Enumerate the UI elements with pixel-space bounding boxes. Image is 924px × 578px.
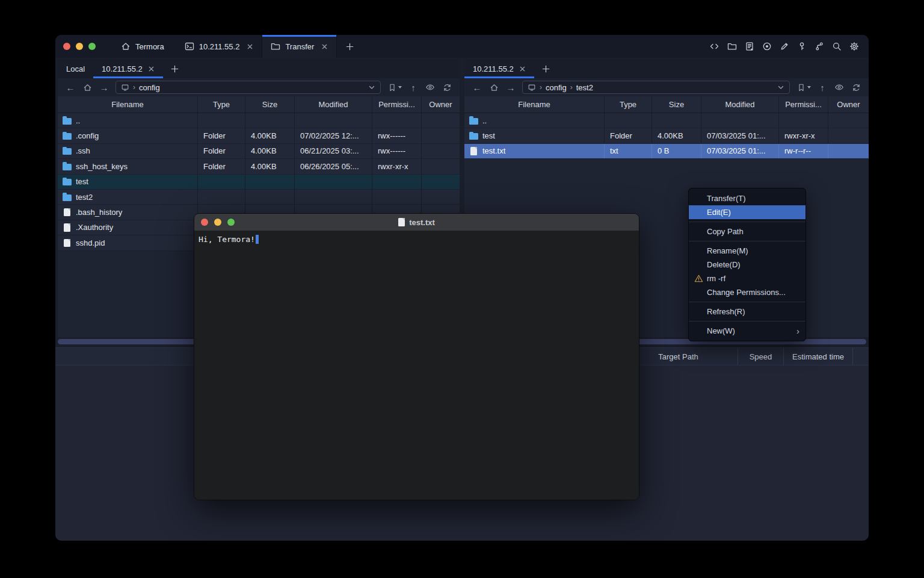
path-dropdown-button[interactable]	[368, 84, 375, 91]
filename: .bash_history	[76, 208, 122, 217]
path-dropdown-button[interactable]	[777, 84, 784, 91]
bookmark-icon	[797, 83, 805, 92]
table-row[interactable]: ssh_host_keys Folder4.00KB06/26/2025 05:…	[58, 159, 460, 174]
branch-icon[interactable]	[815, 42, 824, 51]
path-field[interactable]: › config	[116, 81, 381, 94]
column-header[interactable]: Filename	[464, 96, 604, 113]
search-icon[interactable]	[832, 42, 842, 51]
upload-button[interactable]: ↑	[815, 83, 830, 92]
bookmark-button[interactable]	[386, 83, 404, 92]
titlebar-tab-transfer[interactable]: Transfer	[262, 35, 337, 58]
titlebar-tab-host[interactable]: 10.211.55.2	[176, 35, 262, 58]
column-header[interactable]: Owner	[828, 96, 869, 113]
pane-tab-remote[interactable]: 10.211.55.2	[464, 59, 534, 78]
record-icon[interactable]	[762, 42, 772, 51]
folder-icon[interactable]	[727, 42, 737, 51]
refresh-button[interactable]	[439, 83, 455, 92]
upload-button[interactable]: ↑	[405, 83, 421, 92]
table-row[interactable]: test2	[58, 190, 460, 205]
maximize-window-button[interactable]	[227, 219, 235, 226]
table-row[interactable]: .ssh Folder4.00KB06/21/2025 03:...rwx---…	[58, 144, 460, 159]
menu-item-transfer[interactable]: Transfer(T)	[689, 191, 805, 205]
close-window-button[interactable]	[63, 43, 70, 50]
menu-item-edit[interactable]: Edit(E)	[689, 205, 805, 219]
column-header[interactable]: Speed	[738, 348, 783, 365]
editor-text: Hi, Termora!	[199, 235, 255, 244]
home-icon	[490, 83, 499, 92]
menu-item-new[interactable]: New(W) ›	[689, 324, 805, 338]
app-window: Termora 10.211.55.2 Transfer	[55, 35, 869, 541]
file-icon	[64, 223, 70, 232]
new-pane-tab-button[interactable]	[163, 59, 186, 78]
column-header[interactable]: Modified	[701, 96, 778, 113]
column-header[interactable]: Type	[197, 96, 245, 113]
close-icon[interactable]	[247, 43, 253, 50]
column-header[interactable]: Size	[651, 96, 701, 113]
minimize-window-button[interactable]	[214, 219, 221, 226]
menu-item-delete[interactable]: Delete(D)	[689, 258, 805, 272]
bookmark-button[interactable]	[795, 83, 813, 92]
table-row[interactable]: .config Folder4.00KB07/02/2025 12:...rwx…	[58, 128, 460, 143]
column-header[interactable]: Owner	[421, 96, 460, 113]
path-segment[interactable]: config	[139, 83, 160, 92]
new-pane-tab-button[interactable]	[534, 59, 558, 78]
caret-down-icon	[398, 86, 402, 89]
pane-tab-remote[interactable]: 10.211.55.2	[93, 59, 163, 78]
forward-button[interactable]: →	[503, 83, 519, 92]
menu-item-refresh[interactable]: Refresh(R)	[689, 305, 805, 319]
code-icon[interactable]	[709, 42, 719, 51]
text-cursor	[256, 235, 259, 244]
column-header[interactable]: Size	[245, 96, 294, 113]
refresh-button[interactable]	[848, 83, 864, 92]
table-row[interactable]: ..	[58, 113, 460, 128]
table-row[interactable]: test Folder4.00KB07/03/2025 01:...rwxr-x…	[464, 128, 869, 143]
folder-icon	[63, 164, 72, 170]
column-header[interactable]: Modified	[294, 96, 372, 113]
key-icon[interactable]	[797, 42, 807, 51]
pane-tab-local[interactable]: Local	[58, 59, 93, 78]
refresh-icon	[852, 83, 861, 92]
log-icon[interactable]	[745, 42, 754, 51]
new-tab-button[interactable]	[337, 35, 363, 58]
forward-button[interactable]: →	[96, 83, 112, 92]
home-button[interactable]	[486, 83, 502, 92]
path-segment[interactable]: config	[546, 83, 567, 92]
menu-item-rename[interactable]: Rename(M)	[689, 244, 805, 258]
column-header[interactable]: Estimated time	[783, 348, 852, 365]
column-header[interactable]: Permissi...	[372, 96, 421, 113]
menu-item-rm-rf[interactable]: rm -rf	[689, 272, 805, 285]
table-row[interactable]: ..	[464, 113, 869, 128]
path-segment[interactable]: test2	[576, 83, 593, 92]
path-field[interactable]: › config › test2	[522, 81, 790, 94]
arrow-right-icon: →	[507, 83, 516, 92]
close-window-button[interactable]	[201, 219, 208, 226]
edit-icon[interactable]	[780, 42, 789, 51]
chevron-right-icon: ›	[570, 83, 573, 92]
home-button[interactable]	[79, 83, 95, 92]
menu-item-change-permissions[interactable]: Change Permissions...	[689, 285, 805, 299]
table-row-selected[interactable]: test.txt txt0 B07/03/2025 01:...rw-r--r-…	[464, 144, 869, 159]
close-icon[interactable]	[321, 43, 328, 50]
column-header[interactable]: Type	[604, 96, 651, 113]
column-header[interactable]: Permissi...	[778, 96, 828, 113]
app-home-item[interactable]: Termora	[109, 35, 176, 58]
submenu-chevron-icon: ›	[796, 326, 799, 335]
show-hidden-button[interactable]	[422, 82, 438, 92]
warning-icon	[694, 274, 703, 283]
back-button[interactable]: ←	[469, 83, 485, 92]
minimize-window-button[interactable]	[76, 43, 83, 50]
close-icon[interactable]	[148, 66, 155, 72]
maximize-window-button[interactable]	[88, 43, 96, 50]
settings-icon[interactable]	[849, 42, 859, 51]
column-header[interactable]: Filename	[58, 96, 197, 113]
chevron-down-icon	[777, 84, 784, 91]
show-hidden-button[interactable]	[831, 82, 847, 92]
filename: ..	[76, 116, 80, 125]
plus-icon	[541, 64, 550, 73]
close-icon[interactable]	[519, 66, 526, 72]
menu-item-copy-path[interactable]: Copy Path	[689, 225, 805, 238]
filename: .Xauthority	[76, 223, 113, 232]
editor-content[interactable]: Hi, Termora!	[194, 231, 639, 500]
table-row-selected[interactable]: test	[58, 175, 460, 190]
back-button[interactable]: ←	[63, 83, 78, 92]
